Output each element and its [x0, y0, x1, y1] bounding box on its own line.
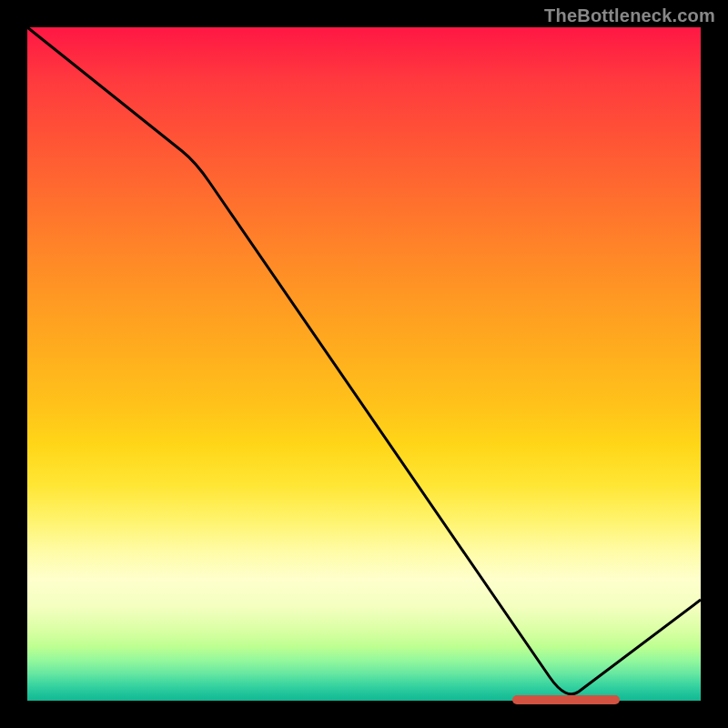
plot-area	[27, 27, 701, 701]
bottleneck-curve	[27, 27, 701, 701]
optimal-range-marker	[512, 695, 620, 704]
watermark-text: TheBottleneck.com	[544, 5, 715, 26]
chart-container: TheBottleneck.com	[0, 0, 728, 728]
